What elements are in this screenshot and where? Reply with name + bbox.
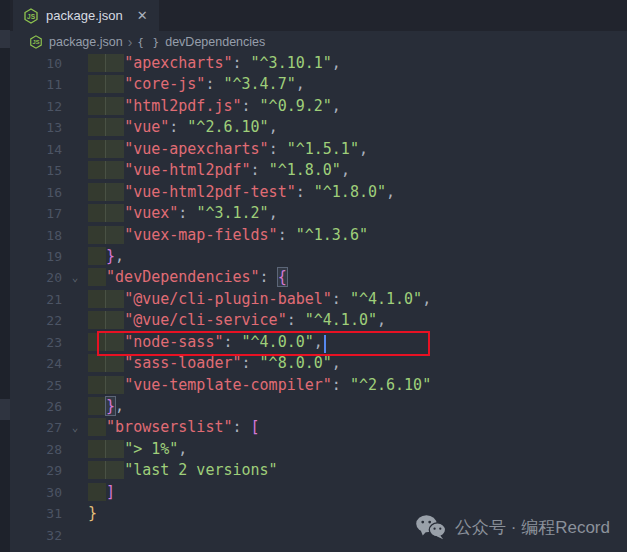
code-line[interactable]: 27⌄ "browserslist": [: [10, 417, 627, 438]
fold-spacer: [62, 182, 88, 203]
token: "^0.9.2": [260, 97, 332, 115]
code-line[interactable]: 11 "core-js": "^3.4.7",: [10, 74, 627, 95]
indent-guide: [88, 183, 106, 201]
token: "^1.3.6": [296, 226, 368, 244]
indent-guide: [88, 97, 106, 115]
code-text[interactable]: "@vue/cli-service": "^4.1.0",: [88, 310, 627, 331]
code-line[interactable]: 22 "@vue/cli-service": "^4.1.0",: [10, 310, 627, 331]
token: "^8.0.0": [260, 354, 332, 372]
indent-guide: [105, 204, 124, 222]
breadcrumb-file[interactable]: package.json: [49, 35, 123, 49]
code-line[interactable]: 23 "node-sass": "^4.0.0",: [10, 332, 627, 353]
code-text[interactable]: "vue-template-compiler": "^2.6.10": [88, 375, 627, 396]
code-line[interactable]: 13 "vue": "^2.6.10",: [10, 117, 627, 138]
code-text[interactable]: },: [88, 396, 627, 417]
tab-bar: JS package.json ✕: [10, 0, 627, 31]
code-text[interactable]: "vue": "^2.6.10",: [88, 117, 627, 138]
code-text[interactable]: "vue-html2pdf-test": "^1.8.0",: [88, 182, 627, 203]
code-line[interactable]: 16 "vue-html2pdf-test": "^1.8.0",: [10, 182, 627, 203]
gutter: 32: [10, 525, 88, 546]
token: "@vue/cli-plugin-babel": [124, 290, 332, 308]
code-line[interactable]: 14 "vue-apexcharts": "^1.5.1",: [10, 139, 627, 160]
breadcrumb: JS package.json › { } devDependencies: [10, 31, 627, 53]
code-line[interactable]: 12 "html2pdf.js": "^0.9.2",: [10, 96, 627, 117]
code-text[interactable]: "last 2 versions": [88, 460, 627, 481]
code-text[interactable]: "core-js": "^3.4.7",: [88, 74, 627, 95]
editor-lines: 10 "apexcharts": "^3.10.1",11 "core-js":…: [10, 53, 627, 546]
code-text[interactable]: "browserslist": [: [88, 417, 627, 438]
gutter: 16: [10, 182, 88, 203]
fold-spacer: [62, 353, 88, 374]
code-text[interactable]: "html2pdf.js": "^0.9.2",: [88, 96, 627, 117]
code-line[interactable]: 28 "> 1%",: [10, 439, 627, 460]
code-text[interactable]: "vuex": "^3.1.2",: [88, 203, 627, 224]
code-line[interactable]: 10 "apexcharts": "^3.10.1",: [10, 53, 627, 74]
line-number: 32: [10, 525, 62, 546]
indent-guide: [88, 118, 106, 136]
code-text[interactable]: "devDependencies": {: [88, 267, 627, 288]
json-file-icon: JS: [29, 35, 43, 49]
code-text[interactable]: "vuex-map-fields": "^1.3.6": [88, 225, 627, 246]
code-text[interactable]: },: [88, 246, 627, 267]
token: "^1.5.1": [287, 140, 359, 158]
line-number: 25: [10, 375, 62, 396]
token: :: [242, 97, 260, 115]
code-text[interactable]: "apexcharts": "^3.10.1",: [88, 53, 627, 74]
fold-chevron-icon[interactable]: ⌄: [62, 417, 88, 438]
token: "^2.6.10": [187, 118, 268, 136]
code-line[interactable]: 24 "sass-loader": "^8.0.0",: [10, 353, 627, 374]
gutter: 10: [10, 53, 88, 74]
code-line[interactable]: 19 },: [10, 246, 627, 267]
code-line[interactable]: 21 "@vue/cli-plugin-babel": "^4.1.0",: [10, 289, 627, 310]
code-line[interactable]: 30 ]: [10, 482, 627, 503]
indent-guide: [88, 290, 106, 308]
code-line[interactable]: 17 "vuex": "^3.1.2",: [10, 203, 627, 224]
gutter: 17: [10, 203, 88, 224]
code-line[interactable]: 26 },: [10, 396, 627, 417]
fold-chevron-icon[interactable]: ⌄: [62, 267, 88, 288]
token: "^2.6.10": [350, 376, 431, 394]
token: "vue": [124, 118, 169, 136]
token: :: [205, 75, 223, 93]
wechat-icon: [415, 514, 446, 540]
line-number: 26: [10, 396, 62, 417]
token: ,: [359, 140, 368, 158]
tab-package-json[interactable]: JS package.json ✕: [13, 0, 159, 31]
code-text[interactable]: "vue-html2pdf": "^1.8.0",: [88, 160, 627, 181]
code-line[interactable]: 15 "vue-html2pdf": "^1.8.0",: [10, 160, 627, 181]
token: :: [251, 161, 269, 179]
fold-spacer: [62, 225, 88, 246]
indent-guide: [105, 54, 124, 72]
code-text[interactable]: "> 1%",: [88, 439, 627, 460]
close-icon[interactable]: ✕: [137, 9, 148, 22]
code-line[interactable]: 18 "vuex-map-fields": "^1.3.6": [10, 225, 627, 246]
code-text[interactable]: "node-sass": "^4.0.0",: [88, 332, 627, 353]
token: }: [106, 247, 115, 265]
code-line[interactable]: 25 "vue-template-compiler": "^2.6.10": [10, 375, 627, 396]
code-text[interactable]: "vue-apexcharts": "^1.5.1",: [88, 139, 627, 160]
watermark-text: 公众号 · 编程Record: [455, 516, 610, 539]
code-text[interactable]: "@vue/cli-plugin-babel": "^4.1.0",: [88, 289, 627, 310]
token: ,: [377, 311, 386, 329]
token: ,: [386, 183, 395, 201]
line-number: 11: [10, 74, 62, 95]
breadcrumb-symbol[interactable]: devDependencies: [165, 35, 265, 49]
gutter: 18: [10, 225, 88, 246]
fold-spacer: [62, 246, 88, 267]
code-line[interactable]: 20⌄ "devDependencies": {: [10, 267, 627, 288]
indent-guide: [105, 333, 124, 351]
code-text[interactable]: "sass-loader": "^8.0.0",: [88, 353, 627, 374]
editor[interactable]: 10 "apexcharts": "^3.10.1",11 "core-js":…: [10, 53, 627, 552]
line-number: 16: [10, 182, 62, 203]
token: ,: [269, 118, 278, 136]
indent-guide: [88, 418, 106, 436]
fold-spacer: [62, 139, 88, 160]
code-text[interactable]: ]: [88, 482, 627, 503]
indent-guide: [105, 461, 124, 479]
indent-guide: [105, 97, 124, 115]
token: [: [251, 418, 260, 436]
indent-guide: [88, 354, 106, 372]
code-line[interactable]: 29 "last 2 versions": [10, 460, 627, 481]
line-number: 17: [10, 203, 62, 224]
indent-guide: [88, 461, 106, 479]
